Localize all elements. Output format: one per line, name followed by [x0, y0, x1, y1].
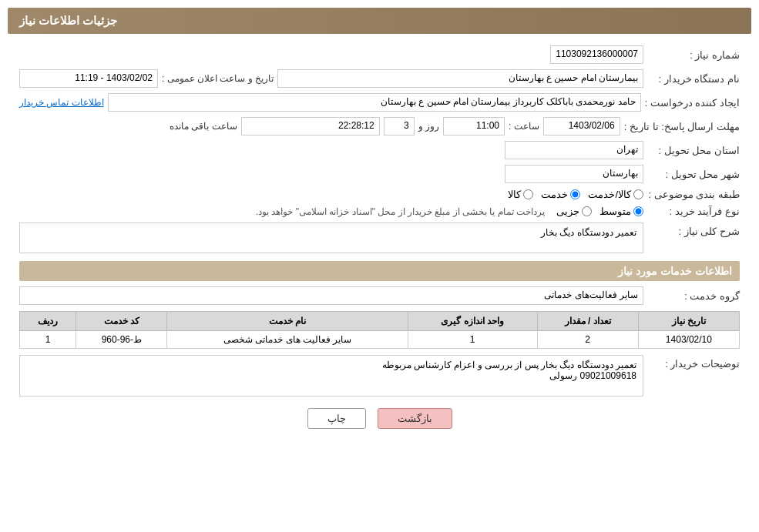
print-button[interactable]: چاپ — [307, 408, 366, 429]
radio-jozei: جزیی — [556, 206, 592, 217]
ostan-value: تهران — [505, 141, 643, 159]
tabaghe-label: طبقه بندی موضوعی : — [647, 189, 740, 200]
mande-time-value: 22:28:12 — [241, 117, 380, 136]
shomare-niaz-label: شماره نیاز : — [647, 49, 740, 61]
services-table: تاریخ نیاز تعداد / مقدار واحد اندازه گیر… — [19, 311, 740, 349]
radio-jozei-label: جزیی — [556, 206, 579, 217]
radio-motavasset-input[interactable] — [633, 206, 643, 216]
table-cell: 1 — [20, 331, 76, 349]
col-radif: ردیف — [20, 312, 76, 331]
table-cell: 1403/02/10 — [638, 331, 739, 349]
date-value: 1403/02/06 — [543, 117, 620, 136]
radio-khedmat: خدمت — [541, 189, 580, 200]
noe-farayand-label: نوع فرآیند خرید : — [647, 206, 740, 217]
header-bar: جزئیات اطلاعات نیاز — [8, 8, 751, 34]
radio-motavasset: متوسط — [599, 206, 643, 217]
radio-kala-label: کالا — [508, 189, 521, 200]
nam-dastgah-value: بیمارستان امام حسین ع بهارستان — [277, 69, 643, 88]
row-tabaghe: طبقه بندی موضوعی : کالا خدمت کالا/خدمت — [19, 189, 740, 200]
radio-khedmat-label: خدمت — [541, 189, 568, 200]
row-shahr: شهر محل تحویل : بهارستان — [19, 165, 740, 183]
saat-value: 11:00 — [443, 117, 505, 136]
row-mohlat-ersal: مهلت ارسال پاسخ: تا تاریخ : 1403/02/06 س… — [19, 117, 740, 136]
tavazihat-label: توضیحات خریدار : — [647, 355, 740, 370]
page-wrapper: جزئیات اطلاعات نیاز شماره نیاز : 1103092… — [0, 0, 759, 532]
tabaghe-radio-group: کالا خدمت کالا/خدمت — [508, 189, 643, 200]
col-kod-khedmat: کد خدمت — [76, 312, 167, 331]
mande-time-label: ساعت باقی مانده — [170, 121, 237, 132]
tarikh-elan-label: تاریخ و ساعت اعلان عمومی : — [162, 73, 274, 84]
row-noe-farayand: نوع فرآیند خرید : جزیی متوسط پرداخت تمام… — [19, 206, 740, 217]
row-ostan: استان محل تحویل : تهران — [19, 141, 740, 159]
row-shomare-niaz: شماره نیاز : 1103092136000007 — [19, 45, 740, 64]
row-grohe-khedmat: گروه خدمت : سایر فعالیت‌های خدماتی — [19, 286, 740, 305]
mohlat-ersal-label: مهلت ارسال پاسخ: تا تاریخ : — [624, 121, 740, 132]
btn-row: بازگشت چاپ — [19, 408, 740, 429]
sharh-kolli-label: شرح کلی نیاز : — [647, 223, 740, 237]
shomare-niaz-value: 1103092136000007 — [550, 45, 643, 64]
row-eijad-konande: ایجاد کننده درخواست : حامد نورمحمدی بابا… — [19, 93, 740, 112]
ettelaat-tamas-link[interactable]: اطلاعات تماس خریدار — [19, 97, 104, 108]
noe-notice: پرداخت تمام یا بخشی از مبلغ خریدار از مح… — [256, 206, 545, 217]
radio-jozei-input[interactable] — [582, 206, 592, 216]
radio-kala-khedmat-label: کالا/خدمت — [588, 189, 631, 200]
col-tedad-megdar: تعداد / مقدار — [537, 312, 638, 331]
radio-kala-khedmat: کالا/خدمت — [588, 189, 643, 200]
table-cell: سایر فعالیت های خدماتی شخصی — [167, 331, 408, 349]
sharh-kolli-textarea[interactable] — [19, 223, 643, 253]
shahr-value: بهارستان — [505, 165, 643, 183]
radio-kala-input[interactable] — [523, 189, 533, 199]
col-nam-khedmat: نام خدمت — [167, 312, 408, 331]
roz-value: 3 — [384, 117, 415, 136]
back-button[interactable]: بازگشت — [378, 408, 452, 429]
tarikh-elan-value: 1403/02/02 - 11:19 — [19, 69, 158, 88]
radio-khedmat-input[interactable] — [570, 189, 580, 199]
tavazihat-textarea[interactable] — [19, 355, 643, 396]
services-table-container: تاریخ نیاز تعداد / مقدار واحد اندازه گیر… — [19, 311, 740, 349]
col-tarikh-niaz: تاریخ نیاز — [638, 312, 739, 331]
table-row: 1403/02/1021سایر فعالیت های خدماتی شخصیط… — [20, 331, 740, 349]
row-sharh-kolli: شرح کلی نیاز : — [19, 223, 740, 253]
table-cell: ط-96-960 — [76, 331, 167, 349]
row-tavazihat: توضیحات خریدار : — [19, 355, 740, 396]
eijad-konande-label: ایجاد کننده درخواست : — [645, 97, 740, 109]
table-cell: 1 — [408, 331, 537, 349]
roz-label: روز و — [418, 121, 439, 132]
radio-kala-khedmat-input[interactable] — [633, 189, 643, 199]
khadamat-section-title: اطلاعات خدمات مورد نیاز — [19, 261, 740, 281]
shahr-label: شهر محل تحویل : — [647, 169, 740, 180]
table-cell: 2 — [537, 331, 638, 349]
radio-motavasset-label: متوسط — [599, 206, 631, 217]
nam-dastgah-label: نام دستگاه خریدار : — [647, 73, 740, 85]
noe-radio-group: جزیی متوسط — [556, 206, 643, 217]
ostan-label: استان محل تحویل : — [647, 145, 740, 156]
grohe-khedmat-value: سایر فعالیت‌های خدماتی — [19, 286, 643, 305]
row-tarikh-dastgah: نام دستگاه خریدار : بیمارستان امام حسین … — [19, 69, 740, 88]
eijad-konande-value: حامد نورمحمدی باباکلک کاربرداز بیمارستان… — [108, 93, 641, 112]
grohe-khedmat-label: گروه خدمت : — [647, 290, 740, 302]
saat-label: ساعت : — [509, 121, 539, 132]
col-vahed-andaze: واحد اندازه گیری — [408, 312, 537, 331]
radio-kala: کالا — [508, 189, 533, 200]
header-title: جزئیات اطلاعات نیاز — [19, 14, 117, 27]
content-area: شماره نیاز : 1103092136000007 نام دستگاه… — [8, 42, 751, 433]
